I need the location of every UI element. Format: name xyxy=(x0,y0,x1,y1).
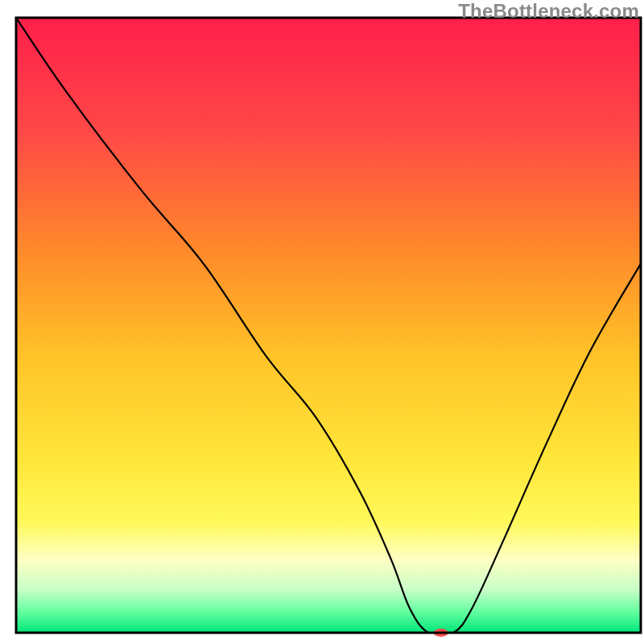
bottleneck-chart xyxy=(0,0,644,644)
watermark-text: TheBottleneck.com xyxy=(458,0,639,23)
plot-area xyxy=(16,18,641,637)
chart-container: TheBottleneck.com xyxy=(0,0,644,644)
gradient-background xyxy=(16,18,641,633)
